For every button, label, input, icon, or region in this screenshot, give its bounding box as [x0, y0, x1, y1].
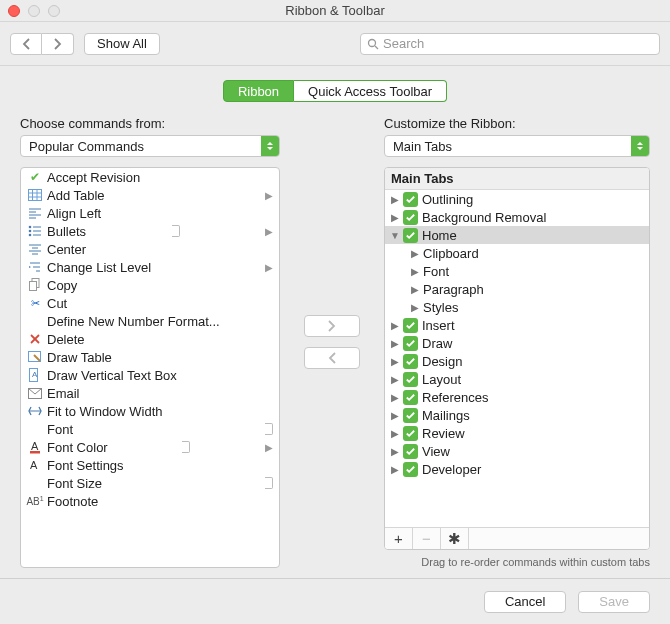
command-item[interactable]: ✔Accept Revision [21, 168, 279, 186]
tab-node-label: Review [422, 426, 465, 441]
checkbox-icon[interactable] [403, 408, 418, 423]
command-item[interactable]: Add Table▶ [21, 186, 279, 204]
disclosure-right-icon[interactable]: ▶ [389, 428, 401, 439]
disclosure-right-icon[interactable]: ▶ [409, 302, 421, 313]
tab-quick-access-toolbar[interactable]: Quick Access Toolbar [294, 80, 447, 102]
group-node[interactable]: ▶Font [385, 262, 649, 280]
cancel-button[interactable]: Cancel [484, 591, 566, 613]
svg-point-13 [29, 230, 32, 233]
command-item[interactable]: Font [21, 420, 279, 438]
disclosure-right-icon[interactable]: ▶ [389, 446, 401, 457]
svg-text:A: A [30, 459, 38, 471]
tab-node[interactable]: ▶Design [385, 352, 649, 370]
checkbox-icon[interactable] [403, 390, 418, 405]
checkbox-icon[interactable] [403, 372, 418, 387]
tab-node[interactable]: ▶View [385, 442, 649, 460]
forward-button[interactable] [42, 33, 74, 55]
tab-node[interactable]: ▼Home [385, 226, 649, 244]
back-button[interactable] [10, 33, 42, 55]
tab-node[interactable]: ▶References [385, 388, 649, 406]
svg-point-11 [29, 226, 32, 229]
tab-ribbon[interactable]: Ribbon [223, 80, 294, 102]
tab-node[interactable]: ▶Background Removal [385, 208, 649, 226]
tab-node[interactable]: ▶Developer [385, 460, 649, 478]
ribbon-tree-header: Main Tabs [385, 168, 649, 190]
maximize-icon[interactable] [48, 5, 60, 17]
ribbon-dropdown[interactable]: Main Tabs [384, 135, 650, 157]
tab-node[interactable]: ▶Mailings [385, 406, 649, 424]
tab-node[interactable]: ▶Outlining [385, 190, 649, 208]
remove-tab-button[interactable]: − [413, 528, 441, 549]
tab-node[interactable]: ▶Insert [385, 316, 649, 334]
group-node[interactable]: ▶Paragraph [385, 280, 649, 298]
command-item[interactable]: Email [21, 384, 279, 402]
checkbox-icon[interactable] [403, 318, 418, 333]
command-item[interactable]: AFont Settings [21, 456, 279, 474]
ribbon-column: Customize the Ribbon: Main Tabs Main Tab… [384, 116, 650, 568]
search-input[interactable]: Search [360, 33, 660, 55]
checkbox-icon[interactable] [403, 228, 418, 243]
command-item-label: Accept Revision [47, 170, 140, 185]
submenu-arrow-icon: ▶ [265, 190, 273, 201]
disclosure-down-icon[interactable]: ▼ [389, 230, 401, 241]
svg-line-1 [375, 46, 378, 49]
command-item[interactable]: Font Size [21, 474, 279, 492]
save-button[interactable]: Save [578, 591, 650, 613]
disclosure-right-icon[interactable]: ▶ [389, 338, 401, 349]
commands-listbox[interactable]: ✔Accept RevisionAdd Table▶Align LeftBull… [20, 167, 280, 568]
remove-from-ribbon-button[interactable] [304, 347, 360, 369]
disclosure-right-icon[interactable]: ▶ [409, 248, 421, 259]
add-to-ribbon-button[interactable] [304, 315, 360, 337]
command-item[interactable]: Fit to Window Width [21, 402, 279, 420]
group-node[interactable]: ▶Styles [385, 298, 649, 316]
checkbox-icon[interactable] [403, 210, 418, 225]
command-item[interactable]: Bullets▶ [21, 222, 279, 240]
checkbox-icon[interactable] [403, 462, 418, 477]
toolbar: Show All Search [0, 22, 670, 66]
disclosure-right-icon[interactable]: ▶ [389, 212, 401, 223]
checkbox-icon[interactable] [403, 192, 418, 207]
disclosure-right-icon[interactable]: ▶ [389, 356, 401, 367]
checkbox-icon[interactable] [403, 426, 418, 441]
command-item[interactable]: Align Left [21, 204, 279, 222]
command-item[interactable]: Delete [21, 330, 279, 348]
command-item[interactable]: ✂Cut [21, 294, 279, 312]
command-item[interactable]: Copy [21, 276, 279, 294]
command-item[interactable]: AFont Color▶ [21, 438, 279, 456]
dropdown-stepper-icon [631, 136, 649, 156]
add-tab-button[interactable]: + [385, 528, 413, 549]
command-item[interactable]: ADraw Vertical Text Box [21, 366, 279, 384]
tab-node[interactable]: ▶Review [385, 424, 649, 442]
checkbox-icon[interactable] [403, 336, 418, 351]
disclosure-right-icon[interactable]: ▶ [409, 266, 421, 277]
tab-node-label: Draw [422, 336, 452, 351]
checkbox-icon[interactable] [403, 444, 418, 459]
disclosure-right-icon[interactable]: ▶ [389, 374, 401, 385]
disclosure-right-icon[interactable]: ▶ [389, 464, 401, 475]
settings-gear-button[interactable]: ✱ [441, 528, 469, 549]
disclosure-right-icon[interactable]: ▶ [389, 392, 401, 403]
group-node[interactable]: ▶Clipboard [385, 244, 649, 262]
tab-node[interactable]: ▶Draw [385, 334, 649, 352]
command-item[interactable]: Change List Level▶ [21, 258, 279, 276]
tab-node[interactable]: ▶Layout [385, 370, 649, 388]
command-item-label: Font Size [47, 476, 102, 491]
command-item-label: Fit to Window Width [47, 404, 163, 419]
ribbon-tree[interactable]: Main Tabs ▶Outlining▶Background Removal▼… [384, 167, 650, 550]
commands-column: Choose commands from: Popular Commands ✔… [20, 116, 280, 568]
minimize-icon[interactable] [28, 5, 40, 17]
close-icon[interactable] [8, 5, 20, 17]
command-item[interactable]: Center [21, 240, 279, 258]
checkbox-icon[interactable] [403, 354, 418, 369]
command-item[interactable]: AB1Footnote [21, 492, 279, 510]
disclosure-right-icon[interactable]: ▶ [389, 320, 401, 331]
command-item[interactable]: Draw Table [21, 348, 279, 366]
nav-buttons [10, 33, 74, 55]
command-item[interactable]: Define New Number Format... [21, 312, 279, 330]
show-all-button[interactable]: Show All [84, 33, 160, 55]
disclosure-right-icon[interactable]: ▶ [409, 284, 421, 295]
none-icon [27, 475, 43, 491]
commands-dropdown[interactable]: Popular Commands [20, 135, 280, 157]
disclosure-right-icon[interactable]: ▶ [389, 194, 401, 205]
disclosure-right-icon[interactable]: ▶ [389, 410, 401, 421]
